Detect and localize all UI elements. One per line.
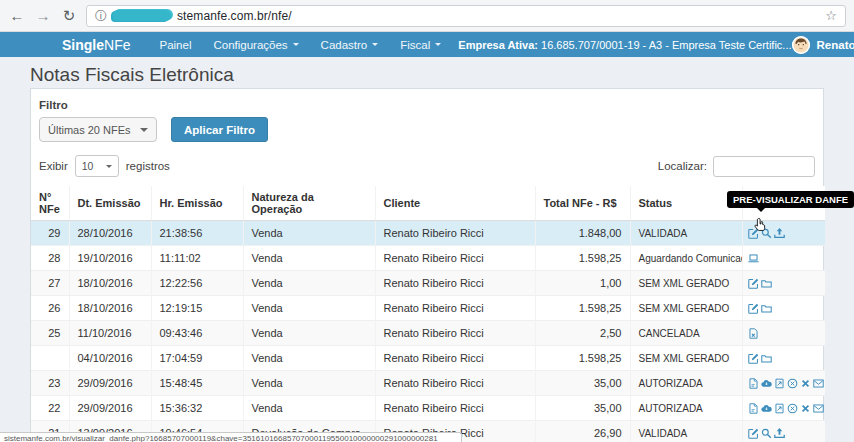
cell-nfe: 25 [31, 321, 69, 346]
nav-item-cadastro[interactable]: Cadastro [310, 39, 390, 51]
page-info-icon[interactable]: ⓘ [95, 10, 107, 22]
search-input[interactable] [713, 156, 815, 177]
filter-select[interactable]: Últimas 20 NFEs [39, 117, 157, 142]
cell-status: AUTORIZADA [630, 371, 742, 396]
cell-acoes [742, 271, 825, 296]
filter-row: Últimas 20 NFEs Aplicar Filtro [39, 117, 815, 142]
app-navbar: SingleNFe Painel Configurações Cadastro … [0, 32, 854, 57]
exibir-label: Exibir [39, 160, 68, 172]
cell-total: 1.848,00 [535, 221, 630, 246]
cell-cliente: Renato Ribeiro Ricci [375, 271, 535, 296]
cell-data: 19/10/2016 [69, 246, 151, 271]
cell-total: 35,00 [535, 371, 630, 396]
bookmark-star-icon[interactable]: ☆ [825, 8, 837, 23]
browser-window: ← → ↻ ⓘ stemanfe.com.br/nfe/ ☆ SingleNFe… [0, 0, 854, 442]
table-row: 04/10/201617:04:59VendaRenato Ribeiro Ri… [31, 346, 825, 371]
ban-icon[interactable] [787, 378, 798, 389]
redaction-scribble [113, 10, 171, 21]
cell-total: 26,90 [535, 421, 630, 442]
search-icon[interactable] [761, 428, 772, 439]
page-length-select[interactable]: 10 [75, 155, 119, 177]
cell-status: SEM XML GERADO [630, 296, 742, 321]
cell-total: 1.598,25 [535, 346, 630, 371]
file-pdf-icon[interactable] [748, 403, 759, 414]
table-header-row: N° NFeDt. EmissãoHr. EmissãoNatureza da … [31, 186, 825, 221]
cell-total: 1.598,25 [535, 246, 630, 271]
table-body: 2928/10/201621:38:56VendaRenato Ribeiro … [31, 221, 825, 442]
file-cancel-icon[interactable] [748, 328, 759, 339]
cell-hora: 12:22:56 [151, 271, 243, 296]
page-title: Notas Fiscais Eletrônica [30, 64, 824, 86]
table-row: 2229/09/201615:36:32VendaRenato Ribeiro … [31, 396, 825, 421]
edit-icon[interactable] [748, 428, 759, 439]
address-bar[interactable]: ⓘ stemanfe.com.br/nfe/ ☆ [86, 5, 846, 27]
link-status-bar: sistemanfe.com.br/visualizar_danfe.php?1… [0, 432, 462, 442]
cell-natureza: Venda [243, 221, 375, 246]
danfe-tooltip: PRE-VISUALIZAR DANFE [727, 191, 854, 208]
column-header[interactable]: Natureza da Operação [243, 186, 375, 221]
column-header[interactable]: Status [630, 186, 742, 221]
cell-nfe: 26 [31, 296, 69, 321]
ban-icon[interactable] [787, 403, 798, 414]
app-logo[interactable]: SingleNFe [62, 37, 130, 53]
cell-status: VALIDADA [630, 421, 742, 442]
cell-data: 28/10/2016 [69, 221, 151, 246]
cell-natureza: Venda [243, 271, 375, 296]
file-xml-icon[interactable] [774, 378, 785, 389]
upload-icon[interactable] [774, 428, 785, 439]
envelope-icon[interactable] [813, 378, 824, 389]
cell-cliente: Renato Ribeiro Ricci [375, 221, 535, 246]
cell-total: 1,00 [535, 271, 630, 296]
close-icon[interactable] [800, 378, 811, 389]
edit-icon[interactable] [748, 278, 759, 289]
caret-down-icon [293, 43, 299, 49]
nfe-table: N° NFeDt. EmissãoHr. EmissãoNatureza da … [31, 186, 825, 442]
user-avatar [792, 36, 810, 54]
filtro-label: Filtro [39, 99, 815, 111]
nav-item-fiscal[interactable]: Fiscal [389, 39, 452, 51]
upload-icon[interactable] [774, 228, 785, 239]
caret-down-icon [106, 165, 112, 171]
user-menu[interactable]: Renato Ricci [792, 36, 854, 54]
edit-icon[interactable] [748, 353, 759, 364]
back-icon[interactable]: ← [8, 8, 26, 23]
cell-nfe: 29 [31, 221, 69, 246]
cell-natureza: Venda [243, 371, 375, 396]
column-header[interactable]: Hr. Emissão [151, 186, 243, 221]
close-icon[interactable] [800, 403, 811, 414]
table-row: 2928/10/201621:38:56VendaRenato Ribeiro … [31, 221, 825, 246]
table-row: 2511/10/201609:43:46VendaRenato Ribeiro … [31, 321, 825, 346]
table-controls: Exibir 10 registros Localizar: [39, 155, 815, 177]
folder-icon[interactable] [761, 353, 772, 364]
cell-data: 29/09/2016 [69, 371, 151, 396]
cell-total: 2,50 [535, 321, 630, 346]
column-header[interactable]: Cliente [375, 186, 535, 221]
forward-icon[interactable]: → [34, 8, 52, 23]
user-name: Renato Ricci [817, 39, 854, 51]
table-row: 2329/09/201615:48:45VendaRenato Ribeiro … [31, 371, 825, 396]
column-header[interactable]: N° NFe [31, 186, 69, 221]
cell-acoes [742, 246, 825, 271]
computer-icon[interactable] [748, 253, 759, 264]
column-header[interactable]: Dt. Emissão [69, 186, 151, 221]
cell-hora: 09:43:46 [151, 321, 243, 346]
envelope-icon[interactable] [813, 403, 824, 414]
file-pdf-icon[interactable] [748, 378, 759, 389]
reload-icon[interactable]: ↻ [60, 8, 78, 23]
folder-icon[interactable] [761, 303, 772, 314]
table-row: 2618/10/201612:19:15VendaRenato Ribeiro … [31, 296, 825, 321]
column-header[interactable]: Total NFe - R$ [535, 186, 630, 221]
cell-data: 18/10/2016 [69, 271, 151, 296]
aplicar-filtro-button[interactable]: Aplicar Filtro [171, 117, 268, 142]
table-row: 2819/10/201611:11:02VendaRenato Ribeiro … [31, 246, 825, 271]
cloud-download-icon[interactable] [761, 378, 772, 389]
cell-acoes [742, 421, 825, 442]
edit-icon[interactable] [748, 303, 759, 314]
file-xml-icon[interactable] [774, 403, 785, 414]
cell-acoes [742, 296, 825, 321]
cell-data: 04/10/2016 [69, 346, 151, 371]
folder-icon[interactable] [761, 278, 772, 289]
nav-item-configuracoes[interactable]: Configurações [202, 39, 309, 51]
nav-item-painel[interactable]: Painel [148, 39, 202, 51]
cloud-download-icon[interactable] [761, 403, 772, 414]
